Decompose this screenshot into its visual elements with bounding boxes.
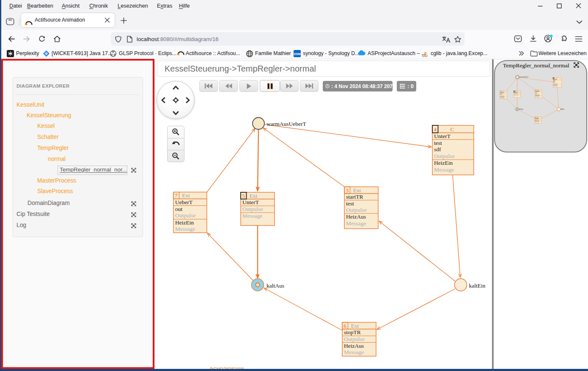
svg-text:Ext: Ext <box>351 323 359 329</box>
svg-text:Outpulse: Outpulse <box>242 206 263 212</box>
svg-text:Message: Message <box>434 166 454 173</box>
svg-text:Message: Message <box>175 226 195 232</box>
svg-text:out: out <box>175 206 183 212</box>
svg-text:UnterT: UnterT <box>434 133 451 139</box>
svg-text:Message: Message <box>344 349 364 355</box>
svg-text:HeizEin: HeizEin <box>175 219 194 226</box>
svg-text:3: 3 <box>346 187 349 194</box>
svg-text:Outpulse: Outpulse <box>344 336 365 342</box>
svg-text:sdf: sdf <box>434 146 441 152</box>
svg-text:Ext: Ext <box>250 193 258 199</box>
svg-text:kaltAus: kaltAus <box>267 282 284 289</box>
svg-text:warmAusUeberT: warmAusUeberT <box>267 121 306 127</box>
svg-text:7: 7 <box>175 192 178 199</box>
svg-text:test: test <box>346 200 354 207</box>
svg-text:Ext: Ext <box>182 192 190 199</box>
svg-text:startTR: startTR <box>346 194 363 200</box>
svg-text:HeizAus: HeizAus <box>346 213 366 220</box>
svg-text:Message: Message <box>242 213 262 219</box>
svg-text:test: test <box>434 140 442 146</box>
svg-text:UnterT: UnterT <box>242 199 259 205</box>
svg-text:Ext: Ext <box>353 187 361 194</box>
svg-text:stopTR: stopTR <box>344 329 361 335</box>
svg-text:UeberT: UeberT <box>175 199 193 205</box>
svg-text:Outpulse: Outpulse <box>434 153 455 159</box>
svg-text:C: C <box>450 126 454 133</box>
svg-text:HeizEin: HeizEin <box>434 160 453 166</box>
svg-text:kaltEin: kaltEin <box>469 282 486 289</box>
svg-text:HeizAus: HeizAus <box>344 343 364 349</box>
svg-text:4: 4 <box>434 126 437 133</box>
svg-text:Message: Message <box>346 220 366 227</box>
svg-text:Outpulse: Outpulse <box>346 207 367 213</box>
svg-text:6: 6 <box>343 323 346 329</box>
svg-text:5: 5 <box>242 193 245 199</box>
svg-text:DSM: DSM <box>294 53 301 55</box>
svg-text:Outpulse: Outpulse <box>175 212 196 219</box>
